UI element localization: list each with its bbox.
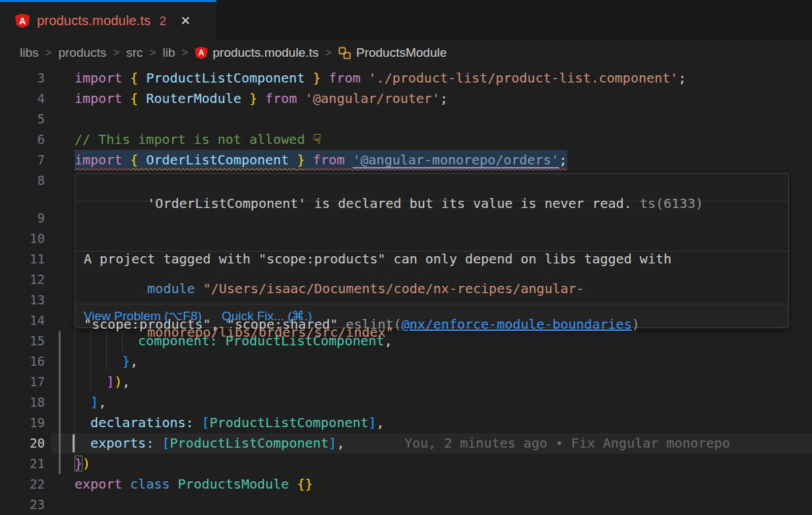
eslint-source-suffix: ) bbox=[632, 316, 640, 332]
line-number: 16 bbox=[0, 351, 45, 372]
code-token: {} bbox=[297, 476, 313, 492]
line-number: 13 bbox=[0, 290, 45, 310]
code-token: } bbox=[297, 152, 305, 168]
code-token: OrderListComponent bbox=[138, 152, 297, 168]
code-line-6[interactable]: // This import is not allowed ☟ bbox=[75, 129, 321, 150]
tab-filename: products.module.ts bbox=[37, 13, 151, 28]
breadcrumb-item-src[interactable]: src bbox=[126, 46, 142, 60]
line-number: 11 bbox=[0, 249, 45, 269]
git-blame-annotation: You, 2 minutes ago • Fix Angular monorep… bbox=[404, 433, 730, 454]
line-number: 5 bbox=[0, 109, 45, 129]
code-token: [ bbox=[202, 415, 210, 430]
code-token: ProductsModule bbox=[178, 476, 297, 492]
code-token bbox=[75, 394, 90, 410]
angular-file-icon: A bbox=[195, 47, 207, 59]
line-number: 7 bbox=[0, 150, 45, 170]
class-symbol-icon bbox=[338, 47, 351, 59]
breadcrumb-item-symbol[interactable]: ProductsModule bbox=[338, 46, 447, 60]
code-token bbox=[154, 435, 162, 451]
breadcrumb-item-libs[interactable]: libs bbox=[20, 46, 39, 60]
line-number: 20 bbox=[0, 433, 45, 454]
code-line-20[interactable]: exports: [ProductListComponent],You, 2 m… bbox=[75, 433, 344, 454]
code-token: export bbox=[75, 476, 130, 492]
view-problem-button[interactable]: View Problem (⌥F8) bbox=[84, 309, 202, 324]
code-token: from bbox=[257, 90, 305, 106]
code-token: import bbox=[75, 90, 130, 106]
chevron-right-icon: > bbox=[150, 46, 156, 59]
code-token: ☟ bbox=[313, 131, 321, 147]
code-token: '@angular/router' bbox=[305, 90, 440, 106]
line-number: 15 bbox=[0, 331, 45, 351]
breadcrumb-symbol-label: ProductsModule bbox=[356, 46, 447, 60]
line-number: 3 bbox=[0, 68, 45, 88]
chevron-right-icon: > bbox=[182, 46, 189, 59]
code-token: ) bbox=[82, 456, 90, 471]
code-line-21[interactable]: }) bbox=[75, 454, 90, 474]
error-hover-popup: 'OrderListComponent' is declared but its… bbox=[75, 173, 789, 328]
code-token: , bbox=[336, 435, 344, 451]
vscode-window: A products.module.ts 2 ✕ libs > products… bbox=[0, 0, 812, 515]
code-token: ; bbox=[559, 152, 567, 168]
code-token: exports: bbox=[90, 435, 154, 451]
breadcrumb-item-products[interactable]: products bbox=[58, 46, 106, 60]
code-token: RouterModule bbox=[138, 90, 249, 106]
code-token: ; bbox=[440, 90, 448, 106]
chevron-right-icon: > bbox=[46, 46, 52, 59]
code-token: ProductListComponent bbox=[138, 70, 313, 86]
code-token: import bbox=[75, 152, 130, 168]
code-token: ] bbox=[328, 435, 336, 451]
code-token: import bbox=[75, 70, 130, 86]
line-number: 23 bbox=[0, 495, 45, 515]
code-line-18[interactable]: ], bbox=[75, 392, 106, 413]
code-token bbox=[75, 415, 90, 430]
code-token bbox=[75, 435, 90, 451]
code-token: from bbox=[305, 152, 352, 168]
code-token: from bbox=[321, 70, 368, 86]
code-token: ; bbox=[678, 70, 686, 86]
eslint-message-line1: A project tagged with "scope:products" c… bbox=[84, 251, 671, 267]
line-number: 12 bbox=[0, 269, 45, 290]
code-token: // This import is not allowed bbox=[75, 131, 313, 147]
line-number: 10 bbox=[0, 228, 45, 249]
line-number: 9 bbox=[0, 208, 45, 228]
quick-fix-button[interactable]: Quick Fix... (⌘.) bbox=[222, 309, 312, 324]
chevron-right-icon: > bbox=[113, 46, 119, 59]
code-token: { bbox=[130, 90, 138, 106]
line-number: 4 bbox=[0, 88, 45, 109]
code-line-3[interactable]: import { ProductListComponent } from './… bbox=[75, 68, 686, 88]
code-token: } bbox=[313, 70, 321, 86]
angular-file-icon: A bbox=[15, 14, 30, 28]
code-line-19[interactable]: declarations: [ProductListComponent], bbox=[75, 413, 385, 433]
breadcrumb-file-label: products.module.ts bbox=[212, 46, 319, 60]
eslint-rule-link[interactable]: @nx/enforce-module-boundaries bbox=[402, 316, 632, 332]
line-number: 22 bbox=[0, 474, 45, 495]
tab-products-module[interactable]: A products.module.ts 2 ✕ bbox=[0, 0, 216, 40]
tab-bar: A products.module.ts 2 ✕ bbox=[0, 0, 812, 40]
code-token: './product-list/product-list.component' bbox=[369, 70, 679, 86]
close-tab-icon[interactable]: ✕ bbox=[180, 13, 191, 28]
code-line-4[interactable]: import { RouterModule } from '@angular/r… bbox=[75, 88, 448, 109]
module-path-line2: monorepo/libs/orders/src/index" bbox=[147, 324, 393, 340]
line-number: 18 bbox=[0, 392, 45, 413]
code-token bbox=[194, 415, 202, 430]
ts-diagnostic-message: 'OrderListComponent' is declared but its… bbox=[147, 195, 632, 211]
text-cursor bbox=[73, 434, 75, 452]
code-token: ] bbox=[369, 415, 377, 430]
code-line-22[interactable]: export class ProductsModule {} bbox=[75, 474, 313, 495]
line-number: 14 bbox=[0, 310, 45, 331]
code-line-7[interactable]: import { OrderListComponent } from '@ang… bbox=[75, 150, 567, 170]
code-token: declarations: bbox=[90, 415, 194, 430]
code-token: , bbox=[98, 394, 106, 410]
code-token: '@angular-monorepo/orders' bbox=[352, 152, 559, 168]
breadcrumb-item-lib[interactable]: lib bbox=[163, 46, 175, 60]
breadcrumb: libs > products > src > lib > A products… bbox=[20, 40, 447, 66]
code-token: , bbox=[377, 415, 385, 430]
code-token: { bbox=[130, 70, 138, 86]
code-token: ProductListComponent bbox=[170, 435, 329, 451]
breadcrumb-item-file[interactable]: A products.module.ts bbox=[195, 46, 319, 60]
line-number: 8 bbox=[0, 170, 45, 191]
code-token: } bbox=[75, 456, 82, 471]
ts-diagnostic-code: ts(6133) bbox=[632, 195, 703, 211]
editor-area[interactable]: 34567891011121314151617181920212223 impo… bbox=[0, 66, 812, 515]
chevron-right-icon: > bbox=[325, 46, 332, 59]
